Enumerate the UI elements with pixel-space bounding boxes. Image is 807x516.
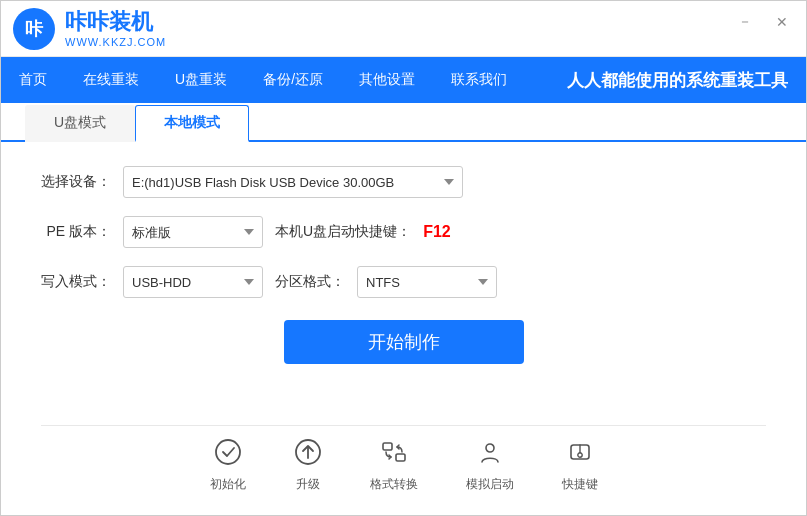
nav-item-usb-reinstall[interactable]: U盘重装 (157, 57, 245, 103)
logo-char: 咔 (25, 17, 43, 41)
device-row: 选择设备： E:(hd1)USB Flash Disk USB Device 3… (41, 166, 766, 198)
app-logo: 咔 (13, 8, 55, 50)
nav-item-contact[interactable]: 联系我们 (433, 57, 525, 103)
pe-row: PE 版本： 标准版 本机U盘启动快捷键： F12 (41, 216, 766, 248)
partition-label: 分区格式： (275, 273, 345, 291)
tool-upgrade[interactable]: 升级 (294, 438, 322, 493)
device-select[interactable]: E:(hd1)USB Flash Disk USB Device 30.00GB (123, 166, 463, 198)
nav-slogan: 人人都能使用的系统重装工具 (567, 69, 806, 92)
format-convert-icon (380, 438, 408, 472)
tool-simulate-boot[interactable]: 模拟启动 (466, 438, 514, 493)
tool-hotkey-label: 快捷键 (562, 476, 598, 493)
titlebar-controls: － ✕ (732, 11, 794, 33)
tool-initialize[interactable]: 初始化 (210, 438, 246, 493)
main-window: 咔 咔咔装机 WWW.KKZJ.COM － ✕ 首页 在线重装 U盘重装 备份/… (0, 0, 807, 516)
device-label: 选择设备： (41, 173, 111, 191)
tool-format-convert[interactable]: 格式转换 (370, 438, 418, 493)
write-label: 写入模式： (41, 273, 111, 291)
tool-upgrade-label: 升级 (296, 476, 320, 493)
nav-item-settings[interactable]: 其他设置 (341, 57, 433, 103)
minimize-button[interactable]: － (732, 11, 758, 33)
app-url: WWW.KKZJ.COM (65, 36, 166, 48)
write-select[interactable]: USB-HDD (123, 266, 263, 298)
svg-point-5 (486, 444, 494, 452)
content-area: 选择设备： E:(hd1)USB Flash Disk USB Device 3… (1, 142, 806, 515)
hotkey-icon (566, 438, 594, 472)
nav-item-backup[interactable]: 备份/还原 (245, 57, 341, 103)
tool-simulate-boot-label: 模拟启动 (466, 476, 514, 493)
initialize-icon (214, 438, 242, 472)
tab-usb-mode[interactable]: U盘模式 (25, 105, 135, 142)
tool-hotkey[interactable]: 快捷键 (562, 438, 598, 493)
tool-initialize-label: 初始化 (210, 476, 246, 493)
pe-select[interactable]: 标准版 (123, 216, 263, 248)
navbar: 首页 在线重装 U盘重装 备份/还原 其他设置 联系我们 人人都能使用的系统重装… (1, 57, 806, 103)
start-button[interactable]: 开始制作 (284, 320, 524, 364)
nav-item-online-reinstall[interactable]: 在线重装 (65, 57, 157, 103)
simulate-boot-icon (476, 438, 504, 472)
app-title: 咔咔装机 (65, 9, 166, 35)
close-button[interactable]: ✕ (770, 11, 794, 33)
svg-rect-3 (383, 443, 392, 450)
tab-local-mode[interactable]: 本地模式 (135, 105, 249, 142)
app-name-block: 咔咔装机 WWW.KKZJ.COM (65, 9, 166, 47)
upgrade-icon (294, 438, 322, 472)
tool-format-convert-label: 格式转换 (370, 476, 418, 493)
footer-tools: 初始化 升级 (41, 425, 766, 501)
svg-rect-4 (396, 454, 405, 461)
tabbar: U盘模式 本地模式 (1, 105, 806, 142)
svg-point-0 (216, 440, 240, 464)
titlebar: 咔 咔咔装机 WWW.KKZJ.COM － ✕ (1, 1, 806, 57)
partition-select[interactable]: NTFS (357, 266, 497, 298)
pe-label: PE 版本： (41, 223, 111, 241)
hotkey-label: 本机U盘启动快捷键： (275, 223, 411, 241)
nav-item-home[interactable]: 首页 (1, 57, 65, 103)
hotkey-value: F12 (423, 223, 451, 241)
write-mode-row: 写入模式： USB-HDD 分区格式： NTFS (41, 266, 766, 298)
